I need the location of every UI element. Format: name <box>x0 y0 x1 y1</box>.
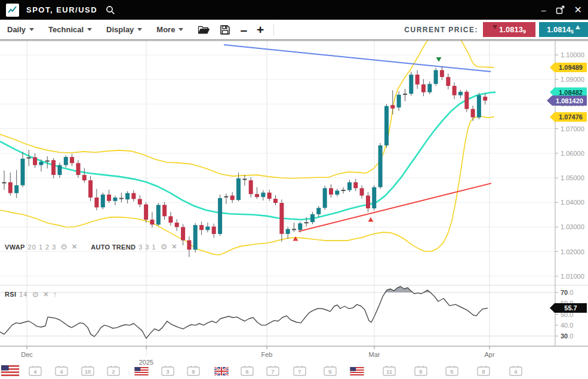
rsi-remove-icon[interactable]: ✕ <box>43 291 48 298</box>
svg-text:5: 5 <box>328 368 332 375</box>
candle <box>261 193 265 197</box>
chart-app-icon <box>6 4 19 17</box>
calendar-event-icon[interactable]: 5 <box>324 366 336 375</box>
signal-sell-marker-icon <box>436 57 442 62</box>
menu-display[interactable]: Display <box>106 25 142 34</box>
candle <box>82 175 87 180</box>
search-icon[interactable] <box>106 5 115 15</box>
candle <box>199 225 204 230</box>
calendar-event-icon[interactable]: 7 <box>267 366 279 375</box>
chart-area[interactable]: 1.100001.090001.080001.070001.060001.050… <box>0 40 588 379</box>
calendar-event-icon[interactable]: 4 <box>510 366 522 375</box>
candle <box>427 84 432 93</box>
rsi-settings-gear-icon[interactable]: ⚙ <box>32 291 39 298</box>
menu-more[interactable]: More <box>156 25 183 34</box>
zoom-in-button[interactable]: + <box>257 23 264 36</box>
save-icon[interactable] <box>220 24 230 35</box>
svg-text:4: 4 <box>514 368 518 375</box>
svg-text:1.06000: 1.06000 <box>561 150 584 157</box>
us-flag-icon[interactable] <box>1 365 19 376</box>
window-title: SPOT, EUR/USD <box>26 5 97 14</box>
candle <box>76 163 81 175</box>
candle <box>440 70 444 78</box>
svg-text:7: 7 <box>298 368 301 375</box>
doji-candle <box>119 198 124 199</box>
candle <box>88 180 93 198</box>
candle <box>138 199 142 204</box>
calendar-event-icon[interactable]: 8 <box>478 366 490 375</box>
candle <box>156 205 161 224</box>
candle <box>464 92 469 109</box>
rsi-move-up-icon[interactable]: ↑ <box>53 290 57 298</box>
auto-trend-settings-gear-icon[interactable]: ⚙ <box>161 243 168 251</box>
title-bar: SPOT, EUR/USD – ✕ <box>0 0 588 20</box>
menu-technical[interactable]: Technical <box>48 25 92 34</box>
calendar-event-icon[interactable]: 5 <box>446 366 458 375</box>
popout-icon <box>556 5 565 14</box>
open-folder-icon[interactable] <box>198 24 210 35</box>
candle <box>175 223 179 227</box>
candle <box>372 187 376 208</box>
candle <box>471 109 475 118</box>
calendar-event-icon[interactable]: 10 <box>82 366 94 375</box>
calendar-event-icon[interactable]: 9 <box>187 366 199 375</box>
calendar-event-icon[interactable]: 7 <box>294 366 306 375</box>
doji-candle <box>45 161 50 162</box>
candle <box>347 182 352 190</box>
candle <box>421 84 426 92</box>
us-flag-icon[interactable] <box>135 367 149 375</box>
svg-text:4: 4 <box>33 368 37 375</box>
candle <box>255 194 259 197</box>
bollinger-lower-band <box>0 116 494 255</box>
calendar-event-icon[interactable]: 8 <box>415 366 427 375</box>
auto-trend-resistance-line[interactable] <box>224 45 491 72</box>
minimize-button[interactable]: – <box>541 6 546 14</box>
auto-trend-remove-icon[interactable]: ✕ <box>171 244 177 250</box>
vertical-gridlines <box>27 41 490 346</box>
candle <box>477 95 481 118</box>
calendar-event-icon[interactable]: 3 <box>162 366 174 375</box>
candle <box>483 97 487 101</box>
auto-trend-support-line[interactable] <box>298 183 491 232</box>
svg-text:9: 9 <box>192 368 195 375</box>
calendar-event-icon[interactable]: 11 <box>383 366 395 375</box>
calendar-event-icon[interactable]: 2 <box>107 366 119 375</box>
menu-daily[interactable]: Daily <box>7 25 34 34</box>
svg-text:8: 8 <box>419 368 422 375</box>
candle <box>434 70 438 84</box>
svg-text:Feb: Feb <box>261 351 273 358</box>
svg-text:Apr: Apr <box>484 351 494 358</box>
calendar-event-icon[interactable]: 6 <box>241 366 253 375</box>
vwap-settings-gear-icon[interactable]: ⚙ <box>60 243 67 251</box>
candle <box>101 195 105 207</box>
candle <box>113 198 117 201</box>
calendar-event-icon[interactable]: 4 <box>29 366 41 375</box>
candle <box>316 208 321 214</box>
doji-candle <box>242 179 247 180</box>
candle <box>298 223 302 230</box>
zoom-out-button[interactable]: – <box>240 23 247 36</box>
chevron-down-icon <box>137 28 142 31</box>
rsi-axis: 70.060.050.040.030.0 <box>555 289 573 340</box>
candle <box>94 198 98 208</box>
bid-price-badge: 1.0813 9 <box>483 22 535 37</box>
calendar-event-icon[interactable]: 4 <box>56 366 67 375</box>
svg-text:70.0: 70.0 <box>561 289 573 296</box>
us-flag-icon[interactable] <box>350 367 364 375</box>
candle <box>415 75 420 85</box>
doji-candle <box>2 182 7 183</box>
candle <box>212 227 216 234</box>
candle <box>446 77 450 86</box>
uk-flag-icon[interactable] <box>215 367 229 375</box>
vwap-remove-icon[interactable]: ✕ <box>72 244 77 250</box>
candle <box>51 160 56 175</box>
svg-text:1.05000: 1.05000 <box>561 174 584 181</box>
close-button[interactable]: ✕ <box>574 5 582 15</box>
candle <box>107 195 111 201</box>
doji-candle <box>304 222 309 223</box>
line-chart-icon <box>8 5 17 15</box>
svg-text:1.09000: 1.09000 <box>561 76 584 83</box>
svg-text:30.0: 30.0 <box>561 332 573 340</box>
popout-button[interactable] <box>556 5 565 14</box>
svg-text:Dec: Dec <box>21 351 33 358</box>
